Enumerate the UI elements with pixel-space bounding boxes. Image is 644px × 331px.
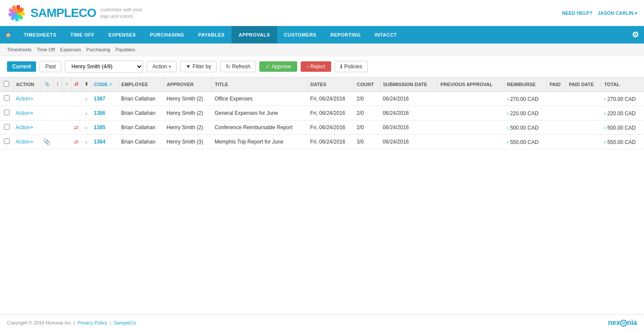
refresh-button[interactable]: ↻ Refresh	[220, 61, 256, 72]
row-paid-1	[547, 106, 566, 120]
row-approver-2: Henry Smith (2)	[164, 120, 212, 135]
code-link-1[interactable]: 1386	[94, 110, 105, 116]
row-employee-2: Brian Callahan	[118, 120, 164, 135]
row-total-2: › 500.00 CAD	[601, 120, 644, 135]
code-link-3[interactable]: 1384	[94, 139, 105, 145]
expand-icon-1[interactable]: ›	[85, 110, 87, 117]
home-icon: 🏠	[5, 32, 12, 38]
row-reimburse-1: › 220.00 CAD	[504, 106, 547, 120]
approve-check-icon: ✓	[265, 64, 270, 70]
code-sort-icon: ≡	[110, 82, 112, 87]
nav-reporting[interactable]: REPORTING	[323, 26, 368, 43]
need-help-link[interactable]: NEED HELP?	[562, 10, 593, 16]
reimburse-expand-icon-2[interactable]: ›	[507, 124, 509, 131]
nav-payables[interactable]: PAYABLES	[191, 26, 231, 43]
action-link-2[interactable]: Action▾	[16, 124, 38, 130]
th-select	[0, 77, 13, 91]
nav-time-off[interactable]: TIME OFF	[64, 26, 101, 43]
row-code-1: 1386	[91, 106, 118, 120]
expand-icon-0[interactable]: ›	[85, 96, 87, 102]
reject-button[interactable]: ‹ Reject	[301, 61, 331, 72]
code-link-0[interactable]: 1387	[94, 96, 105, 102]
user-menu[interactable]: JASON CARLIN ▾	[597, 10, 637, 16]
filter-button[interactable]: ▼ Filter by	[180, 61, 217, 72]
action-link-0[interactable]: Action▾	[16, 96, 38, 102]
paperclip-icon: 📎	[43, 138, 50, 145]
row-dates-3: Fri, 06/24/2016	[308, 135, 354, 149]
past-button[interactable]: Past	[40, 61, 61, 72]
row-approver-1: Henry Smith (2)	[164, 106, 212, 120]
nav-expenses[interactable]: EXPENSES	[101, 26, 143, 43]
row-code-0: 1387	[91, 91, 118, 106]
shuffle-icon[interactable]: ⇄	[74, 124, 79, 131]
expand-icon-3[interactable]: ›	[85, 139, 87, 145]
row-checkbox-3[interactable]	[4, 138, 10, 144]
th-count: COUNT	[354, 77, 380, 91]
refresh-icon: ↻	[226, 64, 230, 70]
row-export-0: ›	[81, 91, 91, 106]
logo-icon	[7, 3, 26, 23]
nav-purchasing[interactable]: PURCHASING	[143, 26, 191, 43]
row-select-0	[0, 91, 13, 106]
row-paid-date-2	[566, 120, 601, 135]
action-link-3[interactable]: Action▾	[16, 139, 38, 145]
nav-settings[interactable]: ⚙	[627, 26, 644, 43]
code-link-2[interactable]: 1385	[94, 124, 105, 130]
action-dropdown-caret-0: ▾	[31, 97, 33, 101]
table-row: Action▾ ⇄ › 1385 Brian Callahan Henry Sm…	[0, 120, 644, 135]
total-expand-icon-3[interactable]: ›	[604, 139, 606, 145]
reimburse-expand-icon-0[interactable]: ›	[507, 96, 509, 102]
row-select-1	[0, 106, 13, 120]
row-checkbox-1[interactable]	[4, 110, 10, 115]
total-expand-icon-0[interactable]: ›	[604, 96, 606, 102]
nav-intacct[interactable]: INTACCT	[368, 26, 404, 43]
th-paperclip: 📎	[40, 77, 53, 91]
row-paid-date-3	[566, 135, 601, 149]
action-button[interactable]: Action ▾	[147, 61, 176, 72]
th-employee: EMPLOYEE	[118, 77, 164, 91]
row-employee-0: Brian Callahan	[118, 91, 164, 106]
reimburse-expand-icon-1[interactable]: ›	[507, 110, 509, 117]
row-dates-2: Fri, 06/24/2016	[308, 120, 354, 135]
breadcrumb-timesheets[interactable]: Timesheets	[7, 47, 31, 52]
breadcrumb-purchasing[interactable]: Purchasing	[86, 47, 110, 52]
breadcrumb-time-off[interactable]: Time Off	[37, 47, 55, 52]
breadcrumb-expenses[interactable]: Expenses	[60, 47, 81, 52]
breadcrumb-payables[interactable]: Payables	[115, 47, 135, 52]
nav-timesheets[interactable]: TIMESHEETS	[17, 26, 64, 43]
nav-customers[interactable]: CUSTOMERS	[277, 26, 324, 43]
current-button[interactable]: Current	[7, 61, 36, 72]
row-check-1	[62, 106, 71, 120]
refresh-label: Refresh	[232, 64, 250, 70]
shuffle-icon[interactable]: ⇄	[74, 139, 79, 145]
row-select-3	[0, 135, 13, 149]
total-expand-icon-1[interactable]: ›	[604, 110, 606, 117]
action-dropdown-caret-1: ▾	[31, 111, 33, 115]
row-submission-date-0: 06/24/2016	[380, 91, 437, 106]
row-submission-date-3: 06/24/2016	[380, 135, 437, 149]
row-count-1: 2/0	[354, 106, 380, 120]
row-exclaim-3	[53, 135, 62, 149]
row-code-3: 1384	[91, 135, 118, 149]
total-expand-icon-2[interactable]: ›	[604, 124, 606, 131]
policies-button[interactable]: ℹ Policies	[335, 61, 368, 72]
nav-approvals[interactable]: APPROVALS	[231, 26, 277, 43]
nav-home[interactable]: 🏠	[0, 26, 17, 43]
row-export-2: ›	[81, 120, 91, 135]
approve-button[interactable]: ✓ Approve	[259, 61, 297, 72]
th-exclaim: !	[53, 77, 62, 91]
row-checkbox-2[interactable]	[4, 124, 10, 130]
row-exclaim-0	[53, 91, 62, 106]
row-previous-approval-1	[438, 106, 504, 120]
employee-select[interactable]: Henry Smith (4/9)	[65, 60, 143, 73]
action-link-1[interactable]: Action▾	[16, 110, 38, 116]
row-checkbox-0[interactable]	[4, 95, 10, 101]
row-previous-approval-3	[438, 135, 504, 149]
reimburse-expand-icon-3[interactable]: ›	[507, 139, 509, 145]
filter-icon: ▼	[186, 64, 191, 70]
expand-icon-2[interactable]: ›	[85, 124, 87, 131]
th-total: TOTAL	[601, 77, 644, 91]
table-row: Action▾ 📎 ⇄ › 1384 Brian Callahan Henry …	[0, 135, 644, 149]
row-paid-2	[547, 120, 566, 135]
select-all-checkbox[interactable]	[3, 81, 9, 87]
